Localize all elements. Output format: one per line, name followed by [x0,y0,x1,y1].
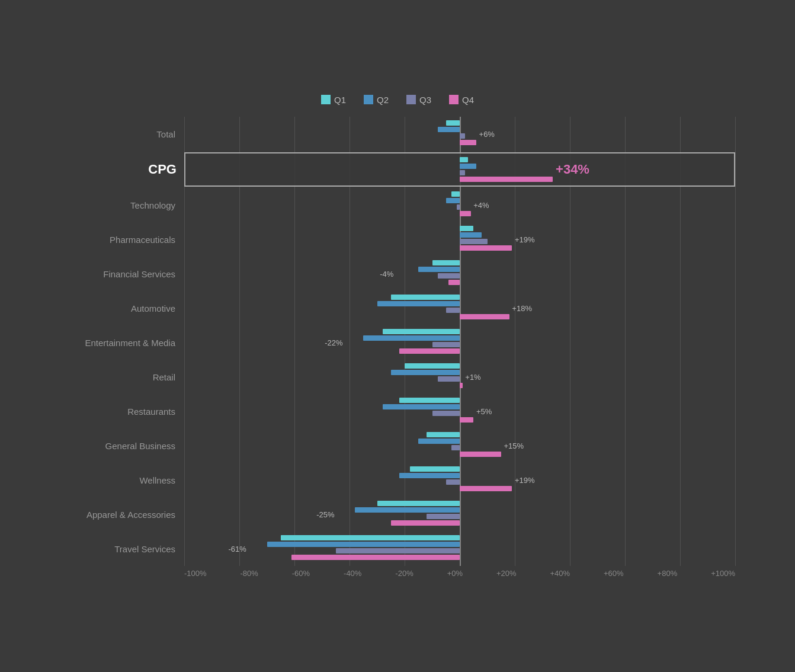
bar-q3 [460,133,465,139]
x-axis-label: -60% [292,569,310,578]
x-axis-label: -40% [344,569,361,578]
bar-q2 [438,127,460,132]
x-axis-label: +20% [496,569,517,578]
bar-q4 [460,177,553,182]
bar-q3 [432,342,460,347]
bars-area: +19% [184,222,735,257]
row-label: Total [60,129,184,139]
legend-color-q4 [449,95,459,104]
bar-q2 [363,335,460,341]
rows-container: Total+6%CPG+34%Technology+4%Pharmaceutic… [54,117,741,566]
row-label: Travel Services [60,543,184,553]
bar-q2 [418,439,460,444]
x-axis-label: +0% [447,569,463,578]
bar-q3 [451,445,460,450]
row-label: Wellness [60,475,184,485]
grid-line [735,117,736,566]
bars-area: +19% [184,463,735,497]
bar-q2 [399,473,460,478]
bar-q2 [460,232,482,238]
bar-q1 [446,120,460,126]
row-label: Apparel & Accessories [60,509,184,519]
legend-item-q2: Q2 [364,95,389,105]
bar-q3 [457,204,460,210]
bar-q4 [460,452,501,457]
chart-row: Automotive+18% [184,291,735,325]
x-axis-label: -20% [395,569,413,578]
bar-value-label: -4% [380,269,393,278]
bar-q4 [448,280,460,285]
legend-label-q2: Q2 [377,95,389,105]
bar-q3 [432,411,460,416]
chart-row: Retail+1% [184,360,735,394]
bar-q1 [460,157,468,162]
bars-area: -4% [184,257,735,291]
legend-item-q3: Q3 [406,95,431,105]
bar-q1 [399,398,460,403]
bar-q1 [460,226,473,231]
bar-q4 [460,140,476,145]
row-label: General Business [60,440,184,450]
legend-color-q3 [406,95,416,104]
chart-row: Pharmaceuticals+19% [184,222,735,257]
chart-row: CPG+34% [184,152,735,187]
bar-q2 [267,542,460,547]
bar-value-label: +6% [479,129,495,138]
bars-area: -22% [184,325,735,360]
bar-q1 [451,191,460,197]
x-axis-label: -100% [184,569,207,578]
legend-color-q2 [364,95,373,104]
x-axis-label: +80% [658,569,678,578]
bar-q2 [446,198,460,203]
bar-q1 [432,260,460,265]
bar-q2 [460,164,476,169]
bar-q2 [377,301,460,306]
bar-q4 [399,348,460,354]
bar-q1 [427,432,460,437]
bar-q1 [391,295,460,300]
bars-area: +6% [184,117,735,151]
bar-value-label: -25% [316,510,334,519]
bar-q4 [460,314,509,319]
x-axis: -100%-80%-60%-40%-20%+0%+20%+40%+60%+80%… [184,569,735,578]
bar-q2 [355,507,460,513]
bar-value-label: +4% [473,200,489,209]
chart-area: Total+6%CPG+34%Technology+4%Pharmaceutic… [54,117,741,578]
bar-q3 [438,273,460,279]
bar-q2 [391,370,460,375]
x-axis-label: -80% [241,569,258,578]
x-axis-labels: -100%-80%-60%-40%-20%+0%+20%+40%+60%+80%… [184,569,735,578]
legend-label-q4: Q4 [462,95,474,105]
x-axis-label: +100% [711,569,735,578]
bar-q4 [460,211,471,216]
chart-row: Financial Services-4% [184,257,735,291]
legend-item-q4: Q4 [449,95,474,105]
bar-q4 [460,383,463,388]
chart-row: Entertainment & Media-22% [184,325,735,360]
bar-q4 [460,486,512,491]
row-label: Automotive [60,303,184,313]
legend: Q1Q2Q3Q4 [54,95,741,105]
chart-row: Apparel & Accessories-25% [184,497,735,532]
bar-value-label: +19% [515,235,535,244]
legend-color-q1 [321,95,331,104]
chart-row: Wellness+19% [184,463,735,497]
bars-wrapper: Total+6%CPG+34%Technology+4%Pharmaceutic… [184,117,735,566]
bars-area: +34% [185,153,734,185]
row-label: Pharmaceuticals [60,234,184,244]
bar-value-label: -61% [228,544,246,553]
row-label: Entertainment & Media [60,337,184,347]
bar-q3 [446,479,460,485]
bar-q3 [336,548,460,553]
bar-q4 [291,555,460,560]
bar-q3 [460,239,488,244]
chart-row: Total+6% [184,117,735,151]
bar-q1 [410,466,460,472]
bar-value-label: +18% [512,303,532,312]
legend-label-q1: Q1 [334,95,346,105]
bars-area: +5% [184,394,735,428]
bar-value-label: +5% [476,407,492,415]
bars-area: +4% [184,188,735,222]
bar-q4 [460,417,473,423]
bar-value-label: +19% [515,475,535,484]
